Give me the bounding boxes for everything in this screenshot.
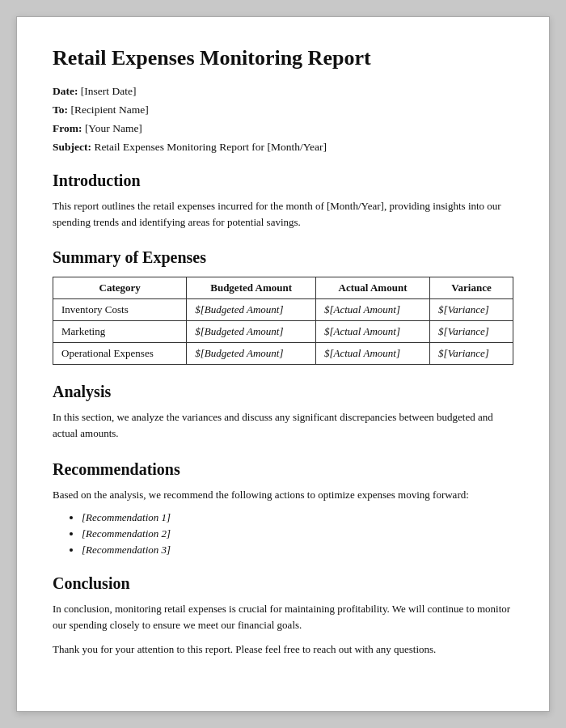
report-title: Retail Expenses Monitoring Report: [53, 46, 513, 70]
analysis-body: In this section, we analyze the variance…: [53, 409, 513, 442]
to-label: To:: [53, 104, 68, 116]
expense-table: Category Budgeted Amount Actual Amount V…: [53, 277, 513, 365]
row2-budgeted: $[Budgeted Amount]: [187, 321, 316, 343]
summary-heading: Summary of Expenses: [53, 248, 513, 267]
table-header-row: Category Budgeted Amount Actual Amount V…: [53, 277, 513, 299]
introduction-body: This report outlines the retail expenses…: [53, 198, 513, 231]
meta-date: Date: [Insert Date]: [53, 85, 513, 98]
table-row: Inventory Costs $[Budgeted Amount] $[Act…: [53, 299, 513, 321]
subject-value-text: Retail Expenses Monitoring Report for [M…: [94, 141, 327, 153]
table-row: Marketing $[Budgeted Amount] $[Actual Am…: [53, 321, 513, 343]
row2-category: Marketing: [53, 321, 187, 343]
from-label: From:: [53, 122, 82, 134]
row3-variance: $[Variance]: [430, 343, 513, 365]
meta-from: From: [Your Name]: [53, 122, 513, 135]
to-value-text: [Recipient Name]: [70, 104, 148, 116]
row2-actual: $[Actual Amount]: [315, 321, 429, 343]
table-row: Operational Expenses $[Budgeted Amount] …: [53, 343, 513, 365]
list-item: [Recommendation 1]: [82, 511, 513, 524]
conclusion-body2: Thank you for your attention to this rep…: [53, 641, 513, 658]
subject-label: Subject:: [53, 141, 91, 153]
row1-budgeted: $[Budgeted Amount]: [187, 299, 316, 321]
col-header-budgeted: Budgeted Amount: [187, 277, 316, 299]
date-value-text: [Insert Date]: [81, 85, 137, 97]
row1-actual: $[Actual Amount]: [315, 299, 429, 321]
row1-category: Inventory Costs: [53, 299, 187, 321]
analysis-heading: Analysis: [53, 383, 513, 401]
row1-variance: $[Variance]: [430, 299, 513, 321]
list-item: [Recommendation 2]: [82, 527, 513, 540]
date-label: Date:: [53, 85, 78, 97]
row3-actual: $[Actual Amount]: [315, 343, 429, 365]
introduction-heading: Introduction: [53, 171, 513, 190]
recommendations-heading: Recommendations: [53, 460, 513, 479]
recommendations-intro: Based on the analysis, we recommend the …: [53, 487, 513, 503]
row3-category: Operational Expenses: [53, 343, 187, 365]
col-header-variance: Variance: [430, 277, 513, 299]
from-value-text: [Your Name]: [85, 122, 142, 134]
row3-budgeted: $[Budgeted Amount]: [187, 343, 316, 365]
meta-to: To: [Recipient Name]: [53, 104, 513, 116]
report-page: Retail Expenses Monitoring Report Date: …: [16, 16, 550, 712]
meta-subject: Subject: Retail Expenses Monitoring Repo…: [53, 141, 513, 154]
list-item: [Recommendation 3]: [82, 544, 513, 557]
col-header-category: Category: [53, 277, 187, 299]
row2-variance: $[Variance]: [430, 321, 513, 343]
col-header-actual: Actual Amount: [315, 277, 429, 299]
recommendations-list: [Recommendation 1] [Recommendation 2] [R…: [82, 511, 513, 557]
conclusion-heading: Conclusion: [53, 574, 513, 593]
conclusion-body1: In conclusion, monitoring retail expense…: [53, 601, 513, 633]
